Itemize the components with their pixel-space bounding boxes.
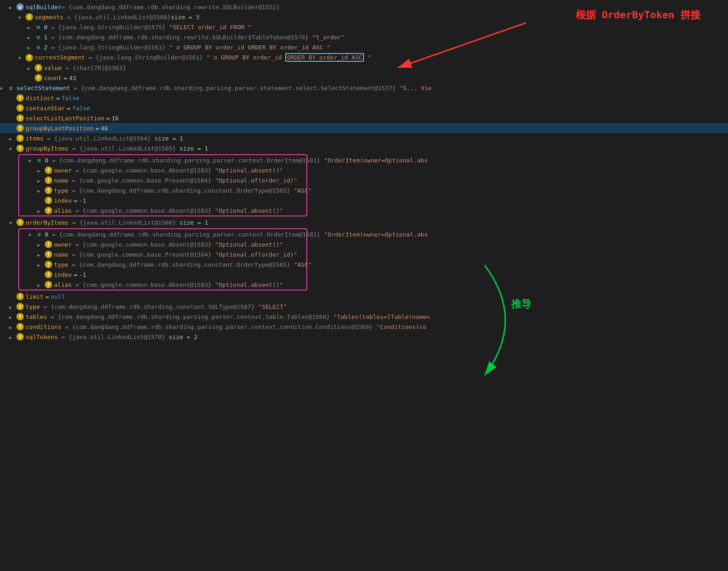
f-icon: f bbox=[16, 114, 24, 122]
orderby-name-toggle[interactable] bbox=[37, 251, 45, 258]
groupby-alias-toggle[interactable] bbox=[37, 207, 45, 214]
count-name: count bbox=[44, 75, 62, 81]
seg2-toggle[interactable] bbox=[27, 44, 35, 51]
currentsegment-row[interactable]: f currentSegment = {java.lang.StringBuil… bbox=[0, 52, 728, 63]
segments-name: segments bbox=[35, 14, 64, 21]
conditions-row[interactable]: f conditions = {com.dangdang.ddframe.rdb… bbox=[0, 322, 728, 332]
groupbylastposition-name: groupByLastPosition bbox=[26, 125, 94, 132]
orderby-owner-row[interactable]: f owner = {com.google.common.base.Absent… bbox=[19, 239, 306, 249]
f-icon: f bbox=[35, 64, 42, 71]
groupby-index-row[interactable]: f index = -1 bbox=[19, 195, 306, 205]
seg0-toggle[interactable] bbox=[27, 24, 35, 31]
type-bottom-ref: = {com.dangdang.ddframe.rdb.sharding.con… bbox=[40, 303, 258, 310]
orderby-item0-toggle[interactable] bbox=[28, 231, 36, 238]
sqltokens-size: size = 2 bbox=[169, 334, 198, 340]
selectstatement-name: selectStatement bbox=[16, 85, 70, 92]
groupby-item0-toggle[interactable] bbox=[28, 157, 36, 164]
orderby-name-val: "Optional.of(order_id)" bbox=[215, 251, 297, 258]
f-icon: f bbox=[16, 135, 24, 142]
f-icon: f bbox=[45, 271, 52, 278]
sqltokens-toggle[interactable] bbox=[9, 334, 16, 340]
orderby-index-val: -1 bbox=[79, 271, 86, 278]
orderby-owner-name: owner bbox=[54, 241, 72, 248]
selectlistlastposition-op: = bbox=[106, 115, 110, 122]
orderby-index-row[interactable]: f index = -1 bbox=[19, 269, 306, 280]
type-bottom-row[interactable]: f type = {com.dangdang.ddframe.rdb.shard… bbox=[0, 302, 728, 312]
groupbyitems-name: groupByItems bbox=[26, 145, 69, 152]
groupbylastposition-val: 48 bbox=[101, 125, 108, 132]
groupby-name-toggle[interactable] bbox=[37, 177, 45, 184]
orderby-alias-toggle[interactable] bbox=[37, 281, 45, 288]
groupby-owner-toggle[interactable] bbox=[37, 167, 45, 174]
groupbyitems-ref: = {java.util.LinkedList@1565} bbox=[69, 145, 180, 152]
seg0-val: "SELECT order_id FROM " bbox=[169, 24, 252, 31]
groupby-name-row[interactable]: f name = {com.google.common.base.Present… bbox=[19, 175, 306, 185]
groupbyitems-toggle[interactable] bbox=[9, 145, 16, 152]
tables-row[interactable]: f tables = {com.dangdang.ddframe.rdb.sha… bbox=[0, 312, 728, 322]
segments-toggle[interactable] bbox=[18, 14, 26, 21]
orderby-type-row[interactable]: f type = {com.dangdang.ddframe.rdb.shard… bbox=[19, 259, 306, 269]
groupby-owner-row[interactable]: f owner = {com.google.common.base.Absent… bbox=[19, 165, 306, 175]
orderby-index-name: index bbox=[54, 271, 72, 278]
value-row[interactable]: f value = {char[70]@1563} bbox=[0, 63, 728, 73]
f-icon: f bbox=[16, 104, 24, 112]
orderbyitems-toggle[interactable] bbox=[9, 219, 16, 226]
groupby-type-row[interactable]: f type = {com.dangdang.ddframe.rdb.shard… bbox=[19, 185, 306, 195]
selectstatement-row[interactable]: ≡ selectStatement = {com.dangdang.ddfram… bbox=[0, 83, 728, 93]
orderby-alias-row[interactable]: f alias = {com.google.common.base.Absent… bbox=[19, 280, 306, 290]
orderby-owner-ref: = {com.google.common.base.Absent@1583} bbox=[72, 241, 215, 248]
distinct-val: false bbox=[61, 95, 79, 102]
seg1-toggle[interactable] bbox=[27, 34, 35, 41]
distinct-op: = bbox=[56, 95, 60, 102]
orderby-item0-row[interactable]: ≡ 0 = {com.dangdang.ddframe.rdb.sharding… bbox=[19, 229, 306, 239]
selectstatement-toggle[interactable] bbox=[0, 85, 7, 92]
groupby-alias-row[interactable]: f alias = {com.google.common.base.Absent… bbox=[19, 205, 306, 215]
list-icon: ≡ bbox=[7, 84, 15, 92]
value-ref: = {char[70]@1563} bbox=[62, 65, 126, 71]
currentsegment-highlighted: ORDER BY order_id ASC bbox=[285, 53, 364, 62]
groupbylastposition-op: = bbox=[96, 125, 99, 132]
seg1-row[interactable]: ≡ 1 = {com.dangdang.ddframe.rdb.sharding… bbox=[0, 32, 728, 42]
seg0-row[interactable]: ≡ 0 = {java.lang.StringBuilder@1575} "SE… bbox=[0, 22, 728, 32]
tables-toggle[interactable] bbox=[9, 313, 16, 320]
f-icon: f bbox=[16, 313, 24, 320]
groupby-owner-name: owner bbox=[54, 167, 72, 174]
distinct-row[interactable]: f distinct = false bbox=[0, 93, 728, 103]
f-icon: f bbox=[16, 323, 24, 330]
sqlbuilder-row[interactable]: p sqlBuilder = {com.dangdang.ddframe.rdb… bbox=[0, 2, 728, 12]
type-bottom-toggle[interactable] bbox=[9, 303, 16, 310]
conditions-toggle[interactable] bbox=[9, 323, 16, 330]
sqlbuilder-toggle[interactable] bbox=[9, 4, 16, 11]
sqltokens-ref: = {java.util.LinkedList@1570} bbox=[58, 334, 169, 340]
items-row[interactable]: f items = {java.util.LinkedList@1564} si… bbox=[0, 133, 728, 143]
orderbyitems-row[interactable]: f orderByItems = {java.util.LinkedList@1… bbox=[0, 217, 728, 227]
orderby-item0-val: "OrderItem(owner=Optional.abs bbox=[324, 231, 428, 238]
groupbyitems-row[interactable]: f groupByItems = {java.util.LinkedList@1… bbox=[0, 143, 728, 153]
limit-val: null bbox=[51, 293, 65, 300]
groupby-index-val: -1 bbox=[79, 197, 86, 204]
orderby-owner-toggle[interactable] bbox=[37, 241, 45, 248]
orderby-type-name: type bbox=[54, 261, 68, 268]
items-toggle[interactable] bbox=[9, 135, 16, 142]
orderbyitems-name: orderByItems bbox=[26, 219, 69, 226]
seg0-ref: = {java.lang.StringBuilder@1575} bbox=[48, 24, 169, 31]
currentsegment-toggle[interactable] bbox=[18, 54, 26, 61]
orderby-alias-ref: = {com.google.common.base.Absent@1583} bbox=[72, 281, 215, 288]
segments-row[interactable]: f segments = {java.util.LinkedList@1560}… bbox=[0, 12, 728, 22]
limit-row[interactable]: f limit = null bbox=[0, 291, 728, 302]
orderby-name-name: name bbox=[54, 251, 68, 258]
f-icon: f bbox=[45, 197, 52, 204]
sqltokens-row[interactable]: f sqlTokens = {java.util.LinkedList@1570… bbox=[0, 332, 728, 342]
seg2-row[interactable]: ≡ 2 = {java.lang.StringBuilder@1561} " o… bbox=[0, 42, 728, 52]
orderby-type-toggle[interactable] bbox=[37, 261, 45, 268]
selectlistlastposition-row[interactable]: f selectListLastPosition = 16 bbox=[0, 113, 728, 123]
value-toggle[interactable] bbox=[27, 65, 35, 71]
groupby-item0-row[interactable]: ≡ 0 = {com.dangdang.ddframe.rdb.sharding… bbox=[19, 155, 306, 165]
groupbylastposition-row[interactable]: f groupByLastPosition = 48 bbox=[0, 123, 728, 133]
groupby-type-toggle[interactable] bbox=[37, 187, 45, 194]
limit-name: limit bbox=[26, 293, 43, 300]
count-row[interactable]: f count = 43 bbox=[0, 73, 728, 83]
selectstatement-val: "S... Vie bbox=[399, 85, 431, 92]
containstar-row[interactable]: f containStar = false bbox=[0, 103, 728, 113]
orderby-name-row[interactable]: f name = {com.google.common.base.Present… bbox=[19, 249, 306, 259]
